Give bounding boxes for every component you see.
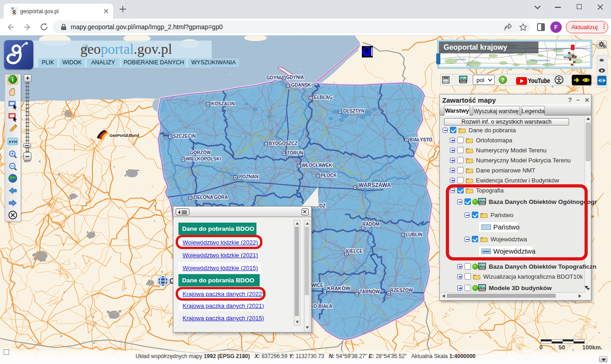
svg-text:TARNÓW: TARNÓW: [360, 289, 380, 294]
svg-text:LUBLIN: LUBLIN: [406, 232, 423, 237]
svg-text:wms: wms: [479, 288, 486, 291]
svg-text:OLSZTYN: OLSZTYN: [343, 109, 365, 114]
svg-text:WŁOCŁAWEK: WŁOCŁAWEK: [302, 163, 332, 168]
svg-text:KOSZALIN: KOSZALIN: [211, 101, 235, 106]
svg-text:KRAKÓW: KRAKÓW: [327, 286, 350, 291]
svg-text:POZNAN: POZNAN: [239, 174, 258, 179]
svg-text:XYH: XYH: [9, 140, 17, 144]
svg-text:BYDGOSZCZ: BYDGOSZCZ: [269, 141, 298, 146]
svg-text:Grajewo: Grajewo: [564, 56, 576, 59]
svg-text:GORZÓW: GORZÓW: [190, 150, 211, 155]
svg-text:TORUŃ: TORUŃ: [287, 150, 303, 156]
svg-text:BIAŁYSTO: BIAŁYSTO: [409, 137, 433, 142]
svg-text:ELBLĄG: ELBLĄG: [314, 95, 333, 100]
svg-text:wms: wms: [479, 266, 486, 270]
svg-text:WIELKOPOLSKI: WIELKOPOLSKI: [186, 156, 221, 161]
svg-text:GDYNIA: GDYNIA: [266, 75, 284, 80]
svg-text:RZESZÓW: RZESZÓW: [390, 287, 413, 293]
svg-text:SZCZECIN: SZCZECIN: [173, 134, 196, 139]
svg-text:PŁOCK: PŁOCK: [321, 173, 337, 178]
svg-text:wms: wms: [460, 80, 467, 83]
svg-text:GDAŃSK: GDAŃSK: [291, 82, 311, 88]
svg-text:GDYNIA: GDYNIA: [286, 75, 304, 80]
svg-text:KIELCE: KIELCE: [346, 249, 363, 254]
svg-text:Pomorzanowice: Pomorzanowice: [531, 59, 550, 62]
svg-text:RADOM: RADOM: [362, 222, 380, 227]
svg-text:WARSZAWA: WARSZAWA: [359, 182, 391, 188]
svg-text:ZIELONA GÓRA: ZIELONA GÓRA: [193, 194, 228, 200]
svg-text:Kadzidło: Kadzidło: [455, 58, 466, 61]
svg-text:GeoPortal.Bund: GeoPortal.Bund: [110, 133, 139, 138]
